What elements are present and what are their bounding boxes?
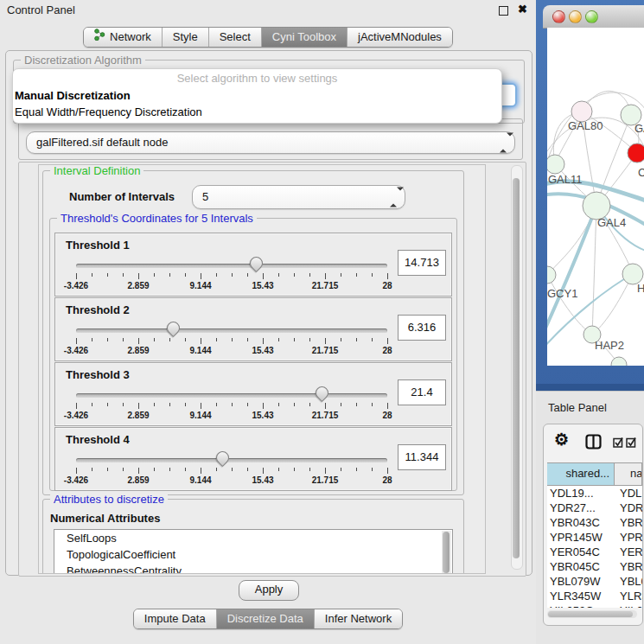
tab-impute-data[interactable]: Impute Data bbox=[134, 609, 216, 628]
algorithm-popup-header: Select algorithm to view settings bbox=[13, 69, 501, 87]
settings-scrollbar-thumb[interactable] bbox=[513, 178, 520, 558]
table-panel-region: Table Panel ⚙ shared... na bbox=[536, 391, 644, 644]
gear-icon[interactable]: ⚙ bbox=[554, 430, 569, 450]
tab-select[interactable]: Select bbox=[208, 28, 261, 47]
network-node-gcy1[interactable] bbox=[547, 266, 556, 284]
network-edge[interactable] bbox=[547, 275, 592, 335]
table-row[interactable]: YER054CYER05 bbox=[547, 545, 642, 559]
table-row[interactable]: YBR045CYBR04 bbox=[547, 559, 642, 574]
zoom-traffic-light[interactable] bbox=[585, 10, 598, 23]
slider-track[interactable] bbox=[76, 458, 387, 462]
table-cell[interactable]: YBR04 bbox=[615, 559, 642, 574]
column-header-shared[interactable]: shared... bbox=[547, 463, 615, 485]
checkbox-icon[interactable] bbox=[613, 436, 624, 451]
attribute-item-selfloops[interactable]: SelfLoops bbox=[54, 530, 452, 546]
table-cell[interactable]: YIL05 bbox=[615, 603, 642, 608]
algorithm-option-manual-discretization[interactable]: Manual Discretization bbox=[13, 87, 501, 104]
table-row[interactable]: YPR145WYPR14 bbox=[547, 530, 642, 545]
checkbox-icon[interactable] bbox=[626, 436, 637, 451]
slider-track[interactable] bbox=[76, 328, 387, 333]
minimize-traffic-light[interactable] bbox=[569, 10, 582, 23]
table-cell[interactable]: YER05 bbox=[615, 545, 642, 559]
tick-label: 28 bbox=[382, 281, 392, 290]
network-node-c[interactable] bbox=[628, 143, 644, 163]
table-row[interactable]: YDL19...YDL19 bbox=[547, 486, 642, 501]
table-cell[interactable]: YDR27 bbox=[615, 501, 642, 515]
network-edge-thick[interactable] bbox=[547, 206, 596, 332]
table-cell[interactable]: YPR14 bbox=[615, 530, 642, 545]
tab-label: Style bbox=[173, 28, 198, 47]
network-edge[interactable] bbox=[592, 206, 596, 335]
threshold-label: Threshold 3 bbox=[66, 368, 130, 381]
slider-thumb[interactable] bbox=[163, 319, 182, 337]
network-node-gal11[interactable] bbox=[547, 155, 564, 174]
attribute-item-topologicalcoefficient[interactable]: TopologicalCoefficient bbox=[54, 546, 452, 563]
table-cell[interactable]: YLR345W bbox=[547, 589, 615, 603]
table-cell[interactable]: YIL052C bbox=[547, 603, 615, 608]
table-cell[interactable]: YDL19... bbox=[547, 486, 615, 501]
attribute-item-betweennesscentrality[interactable]: BetweennessCentrality bbox=[54, 563, 452, 574]
close-traffic-light[interactable] bbox=[552, 10, 565, 23]
table-data-value: galFiltered.sif default node bbox=[36, 132, 168, 153]
threshold-value-field[interactable]: 6.316 bbox=[398, 315, 446, 341]
node-label: GCY1 bbox=[547, 287, 577, 300]
table-cell[interactable]: YLR34 bbox=[615, 589, 642, 603]
group-title: Discretization Algorithm bbox=[21, 54, 145, 67]
tick-label: 28 bbox=[382, 411, 392, 420]
table-row[interactable]: YIL052CYIL05 bbox=[547, 603, 642, 608]
apply-button[interactable]: Apply bbox=[239, 580, 299, 601]
close-icon[interactable]: ✖ bbox=[518, 3, 527, 16]
table-row[interactable]: YLR345WYLR34 bbox=[547, 589, 642, 603]
tab-style[interactable]: Style bbox=[162, 28, 208, 47]
table-horizontal-scrollbar-thumb[interactable] bbox=[548, 611, 633, 617]
threshold-value-field[interactable]: 14.713 bbox=[398, 250, 446, 276]
table-row[interactable]: YDR27...YDR27 bbox=[547, 501, 642, 515]
network-canvas[interactable]: GAL80GACGAL11GAL4GCY1HHAP2 bbox=[547, 28, 644, 366]
settings-scrollbar[interactable] bbox=[511, 165, 523, 570]
table-cell[interactable]: YBR04 bbox=[615, 515, 642, 530]
slider-track[interactable] bbox=[76, 264, 387, 268]
threshold-value-field[interactable]: 21.4 bbox=[398, 379, 446, 405]
table-cell[interactable]: YBR043C bbox=[547, 515, 615, 530]
table-horizontal-scrollbar[interactable] bbox=[547, 610, 637, 618]
slider-thumb[interactable] bbox=[214, 449, 232, 467]
slider-track[interactable] bbox=[76, 393, 387, 398]
table-cell[interactable]: YBR045C bbox=[547, 559, 615, 574]
network-window-titlebar[interactable] bbox=[543, 5, 644, 29]
network-edge[interactable] bbox=[592, 274, 633, 335]
table-cell[interactable]: YBL079W bbox=[547, 574, 615, 589]
columns-icon[interactable] bbox=[585, 434, 602, 453]
column-header-name[interactable]: na bbox=[615, 463, 642, 485]
tab-cyni-toolbox[interactable]: Cyni Toolbox bbox=[261, 28, 347, 47]
table-row[interactable]: YBL079WYBL07 bbox=[547, 574, 642, 589]
slider-thumb[interactable] bbox=[247, 254, 265, 272]
tick-label: 15.43 bbox=[252, 346, 273, 355]
stepper-arrows-icon bbox=[500, 137, 507, 150]
tick-label: 15.43 bbox=[252, 281, 273, 290]
table-data-combobox[interactable]: galFiltered.sif default node bbox=[26, 131, 515, 154]
threshold-value-field[interactable]: 11.344 bbox=[398, 444, 446, 470]
float-window-icon[interactable] bbox=[499, 6, 508, 16]
slider-thumb[interactable] bbox=[313, 384, 331, 402]
list-scrollbar[interactable] bbox=[442, 531, 451, 574]
tab-network[interactable]: Network bbox=[84, 28, 162, 47]
slider-tick-labels: -3.4262.8599.14415.4321.71528 bbox=[76, 346, 387, 356]
tab-infer-network[interactable]: Infer Network bbox=[314, 609, 402, 628]
table-cell[interactable]: YDR27... bbox=[547, 501, 615, 515]
tick-label: 9.144 bbox=[189, 281, 211, 290]
table-cell[interactable]: YBL07 bbox=[615, 574, 642, 589]
number-of-intervals-value: 5 bbox=[202, 186, 208, 208]
tick-label: 2.859 bbox=[127, 346, 149, 355]
network-node-item[interactable] bbox=[611, 357, 627, 366]
table-cell[interactable]: YDL19 bbox=[615, 486, 642, 501]
number-of-intervals-combobox[interactable]: 5 bbox=[192, 185, 405, 209]
table-row[interactable]: YBR043CYBR04 bbox=[547, 515, 642, 530]
list-scrollbar-thumb[interactable] bbox=[443, 532, 450, 573]
threshold-panel-3: Threshold 3-3.4262.8599.14415.4321.71528… bbox=[54, 362, 452, 426]
group-title: Interval Definition bbox=[50, 164, 143, 177]
tab-discretize-data[interactable]: Discretize Data bbox=[216, 609, 314, 628]
algorithm-option-equal-width-frequency-discretization[interactable]: Equal Width/Frequency Discretization bbox=[13, 104, 501, 120]
table-cell[interactable]: YPR145W bbox=[547, 530, 615, 545]
table-cell[interactable]: YER054C bbox=[547, 545, 615, 559]
tab-jactivemnodules[interactable]: jActiveMNodules bbox=[347, 28, 452, 47]
